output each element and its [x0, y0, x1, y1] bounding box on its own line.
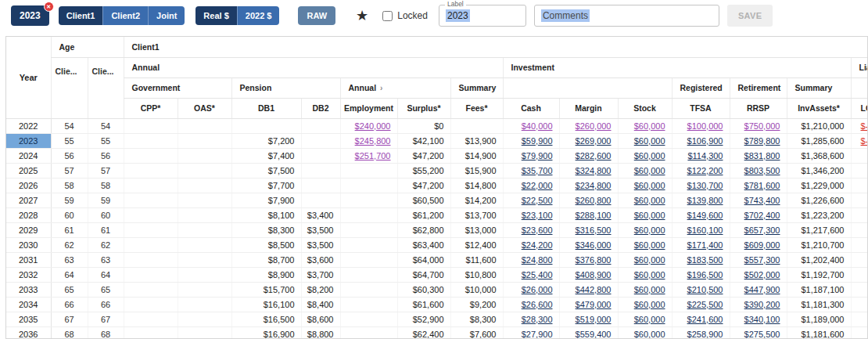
tab-2022-dollars[interactable]: 2022 $ — [237, 6, 280, 25]
value-link[interactable]: $60,000 — [634, 240, 665, 250]
value-link[interactable]: $60,000 — [634, 196, 665, 205]
value-link[interactable]: $114,300 — [687, 151, 723, 160]
value-link[interactable]: $702,400 — [744, 211, 780, 220]
value-link[interactable]: $210,500 — [687, 285, 723, 294]
raw-button[interactable]: RAW — [298, 6, 335, 25]
value-link[interactable]: $803,500 — [744, 166, 780, 175]
value-link[interactable]: $24,200 — [522, 240, 553, 250]
value-link[interactable]: $557,300 — [744, 255, 780, 265]
value-link[interactable]: $240,000 — [355, 121, 391, 131]
favorite-star-icon[interactable]: ★ — [356, 9, 368, 23]
value-link[interactable]: $26,600 — [522, 300, 553, 309]
value-link[interactable]: $23,600 — [522, 225, 553, 235]
value-link[interactable]: $22,000 — [522, 181, 553, 190]
value-link[interactable]: $28,300 — [522, 315, 553, 324]
value-link[interactable]: $750,000 — [744, 121, 780, 131]
value-link[interactable]: $288,100 — [576, 211, 612, 220]
value-link[interactable]: $275,500 — [744, 330, 780, 339]
value-link[interactable]: $60,000 — [634, 166, 665, 175]
value-link[interactable]: $60,000 — [634, 121, 665, 131]
value-link[interactable]: $789,800 — [744, 136, 780, 146]
value-link[interactable]: $183,500 — [687, 255, 723, 265]
value-link[interactable]: $60,000 — [634, 151, 665, 160]
close-icon[interactable]: ✕ — [44, 2, 54, 12]
tab-client1[interactable]: Client1 — [59, 6, 103, 25]
value-link[interactable]: $258,900 — [687, 330, 723, 339]
year-cell[interactable]: 2025 — [6, 163, 51, 178]
value-link[interactable]: $245,800 — [355, 136, 391, 146]
value-link[interactable]: $60,000 — [634, 181, 665, 190]
value-link[interactable]: $519,000 — [576, 315, 612, 324]
group-header-annual-expand[interactable]: Annual› — [340, 78, 450, 98]
year-cell[interactable]: 2026 — [6, 178, 51, 193]
save-button[interactable]: SAVE — [727, 5, 773, 27]
value-link[interactable]: $60,000 — [634, 225, 665, 235]
year-cell[interactable]: 2030 — [6, 237, 51, 252]
value-link[interactable]: $171,400 — [687, 240, 723, 250]
locked-checkbox[interactable] — [382, 11, 393, 21]
year-cell-selected[interactable]: 2023 — [6, 133, 51, 148]
value-link[interactable]: $479,000 — [576, 300, 612, 309]
year-cell[interactable]: 2034 — [6, 297, 51, 312]
year-cell[interactable]: 2032 — [6, 267, 51, 282]
year-cell[interactable]: 2036 — [6, 326, 51, 339]
value-link[interactable]: $225,500 — [687, 300, 723, 309]
tab-real-dollars[interactable]: Real $ — [195, 6, 236, 25]
value-link[interactable]: $196,500 — [687, 270, 723, 279]
value-link[interactable]: $100,000 — [687, 121, 723, 131]
value-link[interactable]: $35,700 — [522, 166, 553, 175]
value-link[interactable]: $59,900 — [522, 136, 553, 146]
comments-input[interactable]: Comments — [534, 5, 719, 27]
value-link[interactable]: $609,000 — [744, 240, 780, 250]
value-link[interactable]: $316,500 — [576, 225, 612, 235]
value-link[interactable]: $442,800 — [576, 285, 612, 294]
value-link[interactable]: $251,700 — [355, 151, 391, 160]
value-link[interactable]: $160,100 — [687, 225, 723, 235]
year-cell[interactable]: 2028 — [6, 207, 51, 222]
value-link[interactable]: $-9 — [861, 121, 868, 131]
value-link[interactable]: $559,400 — [576, 330, 612, 339]
value-link[interactable]: $234,800 — [576, 181, 612, 190]
value-link[interactable]: $241,600 — [687, 315, 723, 324]
value-link[interactable]: $831,800 — [744, 151, 780, 160]
value-link[interactable]: $324,800 — [576, 166, 612, 175]
year-cell[interactable]: 2027 — [6, 193, 51, 207]
value-link[interactable]: $60,000 — [634, 136, 665, 146]
value-link[interactable]: $657,300 — [744, 225, 780, 235]
value-link[interactable]: $24,800 — [522, 255, 553, 265]
value-link[interactable]: $22,500 — [522, 196, 553, 205]
value-link[interactable]: $781,600 — [744, 181, 780, 190]
value-link[interactable]: $269,000 — [576, 136, 612, 146]
value-link[interactable]: $260,800 — [576, 196, 612, 205]
value-link[interactable]: $27,900 — [522, 330, 553, 339]
tab-joint[interactable]: Joint — [148, 6, 185, 25]
value-link[interactable]: $130,700 — [687, 181, 723, 190]
value-link[interactable]: $60,000 — [634, 330, 665, 339]
scenario-chip[interactable]: 2023 ✕ — [11, 5, 49, 26]
value-link[interactable]: $25,400 — [522, 270, 553, 279]
value-link[interactable]: $408,900 — [576, 270, 612, 279]
value-link[interactable]: $60,000 — [634, 285, 665, 294]
value-link[interactable]: $60,000 — [634, 255, 665, 265]
value-link[interactable]: $122,200 — [687, 166, 723, 175]
value-link[interactable]: $40,000 — [522, 121, 553, 131]
value-link[interactable]: $149,600 — [687, 211, 723, 220]
year-cell[interactable]: 2031 — [6, 252, 51, 267]
tab-client2[interactable]: Client2 — [102, 6, 148, 25]
value-link[interactable]: $340,100 — [744, 315, 780, 324]
value-link[interactable]: $502,000 — [744, 270, 780, 279]
value-link[interactable]: $79,900 — [522, 151, 553, 160]
value-link[interactable]: $23,100 — [522, 211, 553, 220]
value-link[interactable]: $282,600 — [576, 151, 612, 160]
value-link[interactable]: $60,000 — [634, 300, 665, 309]
value-link[interactable]: $26,000 — [522, 285, 553, 294]
value-link[interactable]: $346,000 — [576, 240, 612, 250]
year-cell[interactable]: 2033 — [6, 282, 51, 297]
value-link[interactable]: $60,000 — [634, 315, 665, 324]
year-cell[interactable]: 2024 — [6, 148, 51, 163]
label-input[interactable]: Label 2023 — [439, 5, 526, 27]
value-link[interactable]: $-4 — [861, 136, 868, 146]
value-link[interactable]: $743,400 — [744, 196, 780, 205]
year-cell[interactable]: 2022 — [6, 118, 51, 133]
value-link[interactable]: $60,000 — [634, 211, 665, 220]
